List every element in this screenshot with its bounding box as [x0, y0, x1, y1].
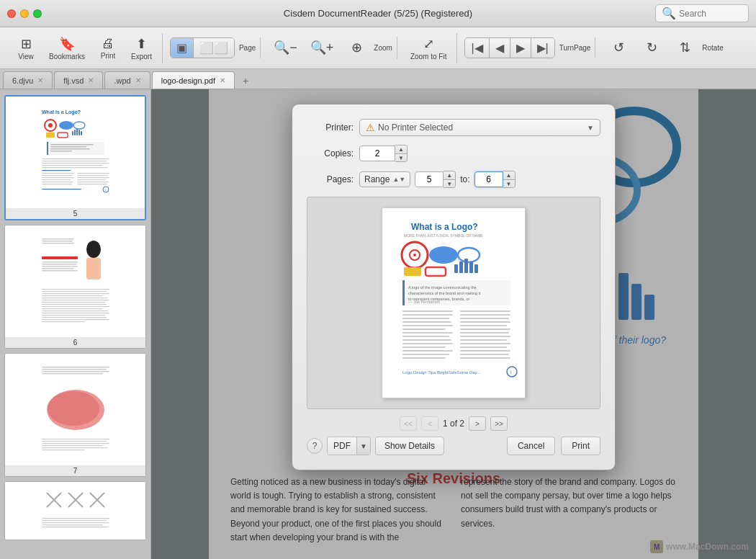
main-area: What is a Logo? — [0, 89, 756, 559]
svg-rect-71 — [42, 371, 109, 372]
svg-rect-11 — [78, 130, 80, 135]
svg-text:— Joe Pemberton: — Joe Pemberton — [408, 300, 440, 304]
svg-rect-90 — [42, 520, 107, 521]
svg-point-44 — [86, 241, 101, 258]
turn-prev-button[interactable]: ◀ — [489, 38, 510, 58]
svg-rect-62 — [42, 310, 108, 311]
preview-first-button[interactable]: << — [400, 416, 417, 431]
svg-rect-24 — [42, 170, 71, 171]
zoom-out-button[interactable]: 🔍− — [268, 37, 303, 59]
close-button[interactable] — [7, 9, 16, 18]
print-button-dialog[interactable]: Print — [561, 437, 600, 455]
tab-wpd[interactable]: .wpd ✕ — [104, 71, 150, 89]
svg-rect-78 — [42, 443, 109, 444]
svg-rect-72 — [42, 373, 103, 375]
pages-to-buttons: ▲ ▼ — [503, 171, 516, 188]
toolbar: ⊞ View 🔖 Bookmarks 🖨 Print ⬆ Export ▣ ⬜⬜… — [0, 27, 756, 69]
svg-rect-41 — [42, 238, 74, 240]
search-input[interactable] — [679, 9, 744, 19]
svg-rect-65 — [42, 317, 107, 318]
svg-rect-130 — [402, 325, 453, 326]
svg-rect-143 — [460, 346, 507, 348]
cancel-button[interactable]: Cancel — [507, 437, 555, 455]
svg-rect-67 — [42, 321, 85, 322]
svg-rect-140 — [402, 343, 453, 344]
svg-rect-50 — [42, 268, 74, 269]
print-button[interactable]: 🖨 Print — [92, 33, 124, 63]
svg-rect-126 — [402, 318, 449, 319]
thumbnail-page-8[interactable] — [4, 481, 146, 540]
maximize-button[interactable] — [33, 9, 42, 18]
svg-rect-110 — [426, 267, 446, 276]
help-button[interactable]: ? — [307, 438, 323, 454]
printer-value: No Printer Selected — [378, 122, 453, 133]
zoom-in-button[interactable]: 🔍+ — [305, 37, 340, 59]
copies-increment[interactable]: ▲ — [395, 146, 407, 153]
turn-next-button[interactable]: ▶ — [510, 38, 531, 58]
pages-to-input[interactable] — [474, 171, 503, 187]
search-box[interactable]: 🔍 — [655, 4, 749, 22]
zoom-button[interactable]: ⊕ — [341, 37, 372, 59]
tab-vsd-label: flj.vsd — [63, 76, 84, 85]
svg-rect-115 — [474, 264, 478, 273]
preview-prev-button[interactable]: < — [421, 416, 438, 431]
zoom-in-icon: 🔍+ — [310, 40, 334, 55]
pages-from-decrement[interactable]: ▼ — [444, 179, 455, 187]
pages-to-decrement[interactable]: ▼ — [503, 179, 515, 187]
export-button[interactable]: ⬆ Export — [125, 33, 158, 63]
pages-controls: Range ▲▼ ▲ ▼ to: — [359, 171, 516, 188]
zoom-to-fit-button[interactable]: ⤢ Zoom to Fit — [405, 33, 453, 63]
dialog-footer: ? PDF ▼ Show Details Cancel Print — [307, 437, 600, 455]
bookmarks-button[interactable]: 🔖 Bookmarks — [43, 33, 91, 63]
printer-select[interactable]: ⚠ No Printer Selected ▼ — [359, 119, 600, 136]
toolbar-rotate-group: ↺ ↻ ⇅ Rotate — [598, 37, 727, 59]
minimize-button[interactable] — [20, 9, 29, 18]
thumbnail-page-5[interactable]: What is a Logo? — [4, 95, 146, 220]
svg-point-107 — [429, 246, 458, 264]
tab-pdf-label: logo-design.pdf — [161, 76, 215, 85]
show-details-button[interactable]: Show Details — [375, 437, 444, 455]
tab-pdf-close[interactable]: ✕ — [220, 76, 225, 84]
svg-text:MORE THAN JUST A SIGN, SYMBOL : MORE THAN JUST A SIGN, SYMBOL OR NAME — [404, 233, 483, 238]
pages-label: Pages: — [307, 174, 354, 184]
thumbnail-page-7[interactable]: 7 — [4, 353, 146, 477]
tab-wpd-close[interactable]: ✕ — [135, 76, 141, 84]
view-button[interactable]: ⊞ View — [10, 33, 42, 63]
pages-to-increment[interactable]: ▲ — [503, 171, 515, 179]
rotate-left-button[interactable]: ↺ — [603, 37, 634, 59]
turn-first-button[interactable]: |◀ — [465, 38, 488, 58]
preview-last-button[interactable]: >> — [490, 416, 508, 431]
tab-pdf[interactable]: logo-design.pdf ✕ — [152, 71, 235, 89]
svg-rect-43 — [42, 243, 74, 244]
svg-rect-69 — [42, 367, 109, 368]
view-icon: ⊞ — [21, 36, 32, 52]
rotate-right-button[interactable]: ↻ — [636, 37, 667, 59]
svg-rect-46 — [42, 256, 78, 259]
svg-text:What is a Logo?: What is a Logo? — [42, 109, 81, 115]
print-dialog: Printer: ⚠ No Printer Selected ▼ Copies: — [292, 104, 616, 470]
svg-rect-114 — [469, 261, 473, 273]
pages-from-increment[interactable]: ▲ — [444, 171, 455, 179]
preview-next-button[interactable]: > — [469, 416, 486, 431]
pages-mode-select[interactable]: Range ▲▼ — [359, 171, 410, 187]
pdf-dropdown-arrow[interactable]: ▼ — [356, 437, 370, 455]
tab-vsd[interactable]: flj.vsd ✕ — [54, 71, 103, 89]
copies-decrement[interactable]: ▼ — [395, 153, 407, 161]
thumbnail-page-6[interactable]: 6 — [4, 225, 146, 349]
tab-vsd-close[interactable]: ✕ — [88, 76, 94, 84]
pages-from-input[interactable] — [415, 171, 444, 187]
rotate-flip-button[interactable]: ⇅ — [669, 37, 701, 59]
turn-last-button[interactable]: ▶| — [531, 38, 554, 58]
add-tab-button[interactable]: + — [238, 73, 253, 89]
svg-rect-51 — [42, 270, 78, 272]
page-double-button[interactable]: ⬜⬜ — [193, 38, 234, 58]
copies-input[interactable] — [359, 146, 395, 161]
print-icon: 🖨 — [102, 36, 114, 51]
copies-spinner: ▲ ▼ — [359, 145, 408, 162]
pdf-button[interactable]: PDF ▼ — [327, 437, 371, 455]
pdf-label: PDF — [328, 437, 356, 455]
svg-rect-137 — [460, 336, 510, 337]
tab-djvu-close[interactable]: ✕ — [37, 76, 43, 84]
tab-djvu[interactable]: 6.djvu ✕ — [3, 71, 53, 89]
page-single-button[interactable]: ▣ — [171, 38, 193, 58]
